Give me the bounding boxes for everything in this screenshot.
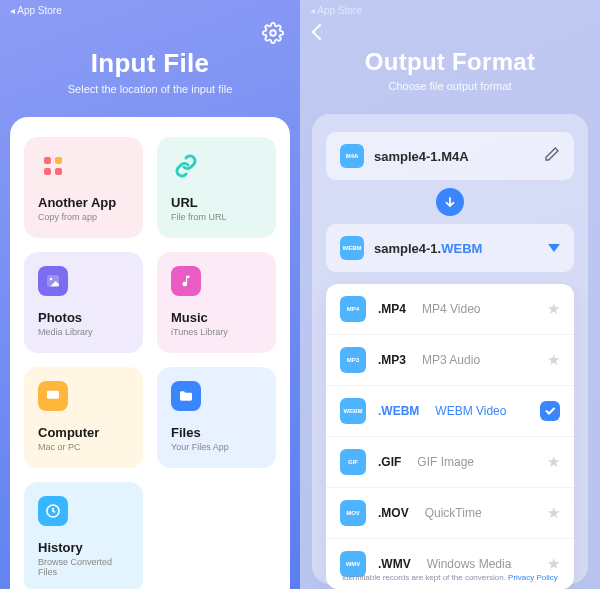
format-option-gif[interactable]: GIF.GIFGIF Image★ — [326, 437, 574, 488]
page-subtitle: Choose file output format — [300, 80, 600, 92]
format-desc: Windows Media — [427, 557, 512, 571]
tile-another-app[interactable]: Another App Copy from app — [24, 137, 143, 238]
edit-source-button[interactable] — [544, 146, 560, 166]
folder-icon — [171, 381, 201, 411]
tile-title: Files — [171, 425, 262, 440]
music-icon — [171, 266, 201, 296]
tile-photos[interactable]: Photos Media Library — [24, 252, 143, 353]
history-icon — [38, 496, 68, 526]
target-file-row[interactable]: WEBM sample4-1.WEBM — [326, 224, 574, 272]
target-file-name: sample4-1.WEBM — [374, 241, 538, 256]
check-icon — [540, 401, 560, 421]
gear-icon — [262, 22, 284, 44]
arrow-down-icon — [443, 195, 457, 209]
footer-note: identifiable records are kept of the con… — [312, 573, 588, 582]
page-header: Input File Select the location of the in… — [0, 18, 300, 117]
format-ext: .WMV — [378, 557, 411, 571]
tile-title: Photos — [38, 310, 129, 325]
file-badge-icon: MP3 — [340, 347, 366, 373]
tile-title: Music — [171, 310, 262, 325]
file-badge-icon: GIF — [340, 449, 366, 475]
page-title: Input File — [0, 48, 300, 79]
photos-icon — [38, 266, 68, 296]
input-file-screen: ◂ App Store Input File Select the locati… — [0, 0, 300, 589]
output-panel: M4A sample4-1.M4A WEBM sample4-1.WEBM MP… — [312, 114, 588, 584]
tile-subtitle: Copy from app — [38, 212, 129, 222]
file-badge-icon: MP4 — [340, 296, 366, 322]
pencil-icon — [544, 146, 560, 162]
privacy-policy-link[interactable]: Privacy Policy — [508, 573, 558, 582]
chevron-down-icon — [548, 244, 560, 252]
tile-subtitle: iTunes Library — [171, 327, 262, 337]
tile-files[interactable]: Files Your Files App — [157, 367, 276, 468]
status-bar: ◂ App Store — [0, 0, 300, 18]
source-file-row: M4A sample4-1.M4A — [326, 132, 574, 180]
svg-rect-2 — [55, 157, 62, 164]
star-icon[interactable]: ★ — [547, 453, 560, 471]
star-icon[interactable]: ★ — [547, 351, 560, 369]
format-desc: GIF Image — [417, 455, 474, 469]
tile-history[interactable]: History Browse Converted Files — [24, 482, 143, 589]
format-ext: .GIF — [378, 455, 401, 469]
file-badge-icon: M4A — [340, 144, 364, 168]
svg-rect-3 — [44, 168, 51, 175]
format-ext: .MP3 — [378, 353, 406, 367]
format-desc: WEBM Video — [435, 404, 506, 418]
tile-title: Computer — [38, 425, 129, 440]
format-desc: MP3 Audio — [422, 353, 480, 367]
tile-subtitle: Mac or PC — [38, 442, 129, 452]
svg-point-0 — [270, 30, 276, 36]
tile-url[interactable]: URL File from URL — [157, 137, 276, 238]
output-format-screen: ◂ App Store Output Format Choose file ou… — [300, 0, 600, 589]
link-icon — [171, 151, 201, 181]
format-ext: .MOV — [378, 506, 409, 520]
back-to-app-store[interactable]: ◂ App Store — [310, 5, 362, 16]
page-title: Output Format — [300, 48, 600, 76]
format-option-mp4[interactable]: MP4.MP4MP4 Video★ — [326, 284, 574, 335]
star-icon[interactable]: ★ — [547, 300, 560, 318]
format-option-webm[interactable]: WEBM.WEBMWEBM Video — [326, 386, 574, 437]
svg-rect-4 — [55, 168, 62, 175]
tile-computer[interactable]: Computer Mac or PC — [24, 367, 143, 468]
file-badge-icon: WEBM — [340, 236, 364, 260]
format-option-mov[interactable]: MOV.MOVQuickTime★ — [326, 488, 574, 539]
format-ext: .MP4 — [378, 302, 406, 316]
star-icon[interactable]: ★ — [547, 504, 560, 522]
convert-arrow — [436, 188, 464, 216]
back-to-app-store[interactable]: ◂ App Store — [10, 5, 62, 16]
format-desc: MP4 Video — [422, 302, 480, 316]
apps-icon — [38, 151, 68, 181]
page-subtitle: Select the location of the input file — [0, 83, 300, 95]
tile-music[interactable]: Music iTunes Library — [157, 252, 276, 353]
page-header: Output Format Choose file output format — [300, 18, 600, 114]
format-option-mp3[interactable]: MP3.MP3MP3 Audio★ — [326, 335, 574, 386]
tile-subtitle: Browse Converted Files — [38, 557, 129, 577]
format-ext: .WEBM — [378, 404, 419, 418]
settings-button[interactable] — [262, 22, 284, 48]
star-icon[interactable]: ★ — [547, 555, 560, 573]
svg-rect-1 — [44, 157, 51, 164]
svg-point-6 — [50, 278, 53, 281]
tile-title: History — [38, 540, 129, 555]
svg-rect-7 — [47, 391, 59, 399]
source-file-name: sample4-1.M4A — [374, 149, 534, 164]
tile-title: Another App — [38, 195, 129, 210]
tile-subtitle: Your Files App — [171, 442, 262, 452]
file-badge-icon: MOV — [340, 500, 366, 526]
tile-subtitle: File from URL — [171, 212, 262, 222]
format-dropdown: MP4.MP4MP4 Video★MP3.MP3MP3 Audio★WEBM.W… — [326, 284, 574, 589]
input-panel: Another App Copy from app URL File from … — [10, 117, 290, 589]
format-desc: QuickTime — [425, 506, 482, 520]
file-badge-icon: WEBM — [340, 398, 366, 424]
computer-icon — [38, 381, 68, 411]
status-bar: ◂ App Store — [300, 0, 600, 18]
tile-title: URL — [171, 195, 262, 210]
tile-subtitle: Media Library — [38, 327, 129, 337]
